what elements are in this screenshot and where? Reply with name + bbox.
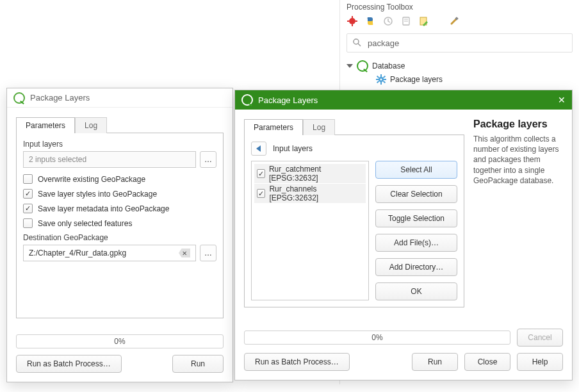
svg-rect-17 (384, 79, 386, 80)
add-directory-button[interactable]: Add Directory… (375, 258, 457, 276)
svg-rect-15 (380, 82, 382, 85)
close-icon[interactable]: ✕ (558, 95, 566, 105)
run-button[interactable]: Run (412, 353, 458, 371)
python-icon[interactable] (364, 15, 376, 27)
destination-browse-button[interactable]: … (200, 245, 216, 261)
close-button[interactable]: Close (464, 353, 510, 371)
input-layers-browse-button[interactable]: … (200, 151, 216, 168)
layer-item[interactable]: Rur_catchment [EPSG:32632] (254, 164, 366, 183)
tab-parameters[interactable]: Parameters (244, 119, 303, 135)
layer-list-buttons: Select All Clear Selection Toggle Select… (375, 161, 457, 300)
svg-rect-14 (380, 74, 382, 77)
qgis-icon (13, 92, 25, 104)
package-layers-dialog-2: Package Layers ✕ Parameters Log Input la… (234, 90, 573, 380)
checkbox-icon (257, 169, 265, 178)
search-icon (352, 38, 361, 49)
add-files-button[interactable]: Add File(s)… (375, 234, 457, 252)
dialog1-tabs: Parameters Log (16, 117, 224, 133)
info-title: Package layers (473, 118, 563, 130)
back-button[interactable] (251, 142, 266, 156)
help-button[interactable]: Help (517, 353, 563, 371)
layer-name: Rur_catchment [EPSG:32632] (269, 165, 363, 183)
toggle-selection-button[interactable]: Toggle Selection (375, 209, 457, 227)
checkbox-checked-icon (23, 189, 33, 199)
qgis-icon (241, 94, 253, 106)
toolbox-search[interactable] (347, 33, 573, 53)
gear-blue-icon (376, 74, 386, 85)
tab-log[interactable]: Log (303, 119, 335, 135)
checkbox-icon (23, 218, 33, 228)
dialog2-titlebar[interactable]: Package Layers ✕ (235, 90, 572, 110)
info-text: This algorithm collects a number of exis… (473, 134, 563, 186)
info-panel: Package layers This algorithm collects a… (473, 118, 563, 331)
overwrite-checkbox-row[interactable]: Overwrite existing GeoPackage (23, 174, 216, 184)
toolbox-search-input[interactable] (366, 38, 567, 49)
svg-rect-18 (377, 76, 379, 78)
select-all-button[interactable]: Select All (375, 161, 457, 179)
toolbox-tree: Database Package layers (340, 55, 579, 90)
input-layers-label: Input layers (273, 144, 313, 153)
dialog1-tabpane: Input layers 2 inputs selected … Overwri… (16, 133, 224, 318)
dialog2-tabs: Parameters Log (244, 118, 464, 135)
input-layers-label: Input layers (23, 140, 216, 149)
tree-item-package-layers[interactable]: Package layers (347, 73, 573, 86)
ok-button[interactable]: OK (375, 282, 457, 300)
history-icon[interactable] (382, 15, 394, 27)
options-icon[interactable] (449, 15, 461, 27)
results-icon[interactable] (400, 15, 412, 27)
checkbox-icon (257, 189, 265, 198)
clear-icon[interactable]: ✕ (179, 249, 190, 257)
svg-rect-19 (383, 81, 386, 83)
tab-parameters[interactable]: Parameters (16, 117, 75, 133)
destination-input[interactable]: Z:/Chapter_4/Rur_data.gpkg ✕ (23, 245, 196, 261)
package-layers-dialog-1: Package Layers Parameters Log Input laye… (6, 88, 233, 382)
destination-label: Destination GeoPackage (23, 233, 216, 242)
qgis-icon (357, 60, 368, 72)
checkbox-icon (23, 174, 33, 184)
tree-group-database[interactable]: Database (347, 59, 573, 73)
svg-rect-20 (377, 81, 379, 83)
save-styles-checkbox-row[interactable]: Save layer styles into GeoPackage (23, 189, 216, 199)
svg-point-22 (380, 79, 382, 81)
svg-rect-21 (383, 76, 386, 78)
tab-log[interactable]: Log (75, 117, 107, 133)
selected-features-checkbox-row[interactable]: Save only selected features (23, 218, 216, 228)
dialog2-title: Package Layers (258, 95, 318, 105)
dialog1-title: Package Layers (30, 93, 90, 102)
dialog2-tabpane: Input layers Rur_catchment [EPSG:32632]R… (244, 135, 464, 307)
cancel-button: Cancel (517, 329, 563, 347)
clear-selection-button[interactable]: Clear Selection (375, 185, 457, 203)
dialog1-titlebar[interactable]: Package Layers (7, 88, 232, 108)
tree-item-label: Package layers (390, 75, 443, 84)
chevron-down-icon (347, 64, 353, 68)
svg-rect-16 (376, 79, 379, 80)
layer-item[interactable]: Rur_channels [EPSG:32632] (254, 184, 366, 203)
progress-bar: 0% (16, 334, 224, 348)
layer-list[interactable]: Rur_catchment [EPSG:32632]Rur_channels [… (251, 161, 369, 300)
svg-point-11 (354, 39, 359, 44)
layer-name: Rur_channels [EPSG:32632] (269, 184, 363, 202)
svg-line-12 (358, 44, 361, 46)
toolbox-title: Processing Toolbox (340, 0, 579, 13)
checkbox-checked-icon (23, 204, 33, 213)
progress-bar: 0% (244, 331, 510, 345)
edit-in-place-icon[interactable] (418, 15, 430, 27)
run-batch-button[interactable]: Run as Batch Process… (244, 353, 350, 371)
input-layers-summary[interactable]: 2 inputs selected (23, 151, 196, 168)
svg-point-0 (349, 18, 355, 24)
gear-red-icon[interactable] (347, 15, 358, 27)
toolbox-toolbar (340, 13, 579, 31)
run-batch-button[interactable]: Run as Batch Process… (16, 355, 122, 373)
run-button[interactable]: Run (172, 355, 224, 373)
tree-group-label: Database (372, 61, 405, 70)
save-metadata-checkbox-row[interactable]: Save layer metadata into GeoPackage (23, 204, 216, 213)
